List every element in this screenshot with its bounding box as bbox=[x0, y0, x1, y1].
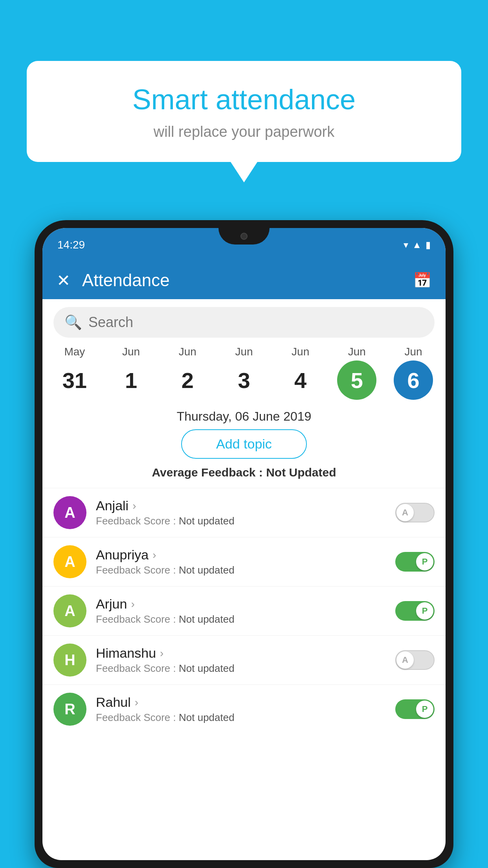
calendar-month-label: Jun bbox=[179, 346, 196, 358]
student-name: Himanshu › bbox=[96, 645, 395, 661]
student-name: Arjun › bbox=[96, 596, 395, 612]
attendance-toggle[interactable]: P bbox=[395, 552, 435, 572]
calendar-day[interactable]: Jun5 bbox=[331, 346, 382, 400]
speech-bubble: Smart attendance will replace your paper… bbox=[27, 61, 461, 162]
calendar-date-number[interactable]: 4 bbox=[281, 360, 320, 400]
student-info: Anjali ›Feedback Score : Not updated bbox=[96, 498, 395, 527]
calendar-date-number[interactable]: 5 bbox=[337, 360, 376, 400]
student-item[interactable]: AArjun ›Feedback Score : Not updatedP bbox=[42, 586, 446, 635]
student-list: AAnjali ›Feedback Score : Not updatedAAA… bbox=[42, 488, 446, 734]
avatar: R bbox=[53, 693, 86, 726]
battery-icon: ▮ bbox=[426, 239, 431, 250]
student-score: Feedback Score : Not updated bbox=[96, 662, 395, 675]
student-name: Anupriya › bbox=[96, 547, 395, 563]
calendar-day[interactable]: Jun1 bbox=[106, 346, 157, 400]
student-score: Feedback Score : Not updated bbox=[96, 712, 395, 724]
status-time: 14:29 bbox=[57, 239, 85, 251]
calendar-month-label: Jun bbox=[122, 346, 140, 358]
avatar: A bbox=[53, 545, 86, 578]
calendar-date-number[interactable]: 31 bbox=[55, 360, 94, 400]
search-bar[interactable]: 🔍 bbox=[53, 307, 435, 338]
calendar-month-label: May bbox=[64, 346, 85, 358]
student-info: Himanshu ›Feedback Score : Not updated bbox=[96, 645, 395, 675]
toggle-knob: P bbox=[416, 701, 433, 718]
chevron-right-icon: › bbox=[131, 598, 134, 611]
app-bar-title: Attendance bbox=[82, 270, 413, 290]
attendance-toggle[interactable]: P bbox=[395, 699, 435, 719]
calendar-day[interactable]: Jun3 bbox=[218, 346, 270, 400]
status-icons: ▾ ▲ ▮ bbox=[404, 239, 431, 250]
student-info: Anupriya ›Feedback Score : Not updated bbox=[96, 547, 395, 576]
speech-bubble-subtitle: will replace your paperwork bbox=[50, 123, 438, 140]
toggle-knob: A bbox=[396, 651, 414, 669]
chevron-right-icon: › bbox=[132, 500, 136, 512]
attendance-toggle[interactable]: A bbox=[395, 503, 435, 522]
chevron-right-icon: › bbox=[160, 647, 163, 660]
toggle-knob: P bbox=[416, 553, 433, 570]
calendar-month-label: Jun bbox=[348, 346, 366, 358]
student-item[interactable]: HHimanshu ›Feedback Score : Not updatedA bbox=[42, 635, 446, 684]
feedback-avg-label: Average Feedback : bbox=[152, 466, 266, 479]
calendar-date-number[interactable]: 1 bbox=[112, 360, 151, 400]
calendar-month-label: Jun bbox=[235, 346, 253, 358]
toggle-knob: A bbox=[396, 504, 414, 521]
calendar-date-number[interactable]: 6 bbox=[394, 360, 433, 400]
student-item[interactable]: AAnjali ›Feedback Score : Not updatedA bbox=[42, 488, 446, 537]
calendar-day[interactable]: Jun6 bbox=[388, 346, 439, 400]
student-name: Rahul › bbox=[96, 695, 395, 710]
calendar-day[interactable]: May31 bbox=[49, 346, 100, 400]
attendance-toggle[interactable]: A bbox=[395, 650, 435, 670]
calendar-month-label: Jun bbox=[404, 346, 422, 358]
search-icon: 🔍 bbox=[64, 314, 82, 331]
calendar-icon[interactable]: 📅 bbox=[413, 272, 431, 289]
app-bar: ✕ Attendance 📅 bbox=[42, 261, 446, 299]
calendar-day[interactable]: Jun4 bbox=[275, 346, 326, 400]
student-score: Feedback Score : Not updated bbox=[96, 613, 395, 625]
avatar: A bbox=[53, 496, 86, 529]
student-name: Anjali › bbox=[96, 498, 395, 513]
toggle-knob: P bbox=[416, 602, 433, 620]
attendance-toggle[interactable]: P bbox=[395, 601, 435, 621]
signal-icon: ▲ bbox=[412, 239, 422, 250]
calendar-month-label: Jun bbox=[292, 346, 309, 358]
wifi-icon: ▾ bbox=[404, 239, 408, 250]
calendar-day[interactable]: Jun2 bbox=[162, 346, 213, 400]
calendar-date-number[interactable]: 3 bbox=[224, 360, 264, 400]
student-item[interactable]: AAnupriya ›Feedback Score : Not updatedP bbox=[42, 537, 446, 586]
selected-date-label: Thursday, 06 June 2019 bbox=[42, 409, 446, 424]
search-input[interactable] bbox=[88, 314, 424, 331]
feedback-avg-value: Not Updated bbox=[266, 466, 336, 479]
student-info: Arjun ›Feedback Score : Not updated bbox=[96, 596, 395, 625]
chevron-right-icon: › bbox=[152, 549, 156, 561]
student-score: Feedback Score : Not updated bbox=[96, 564, 395, 576]
avatar: H bbox=[53, 644, 86, 677]
phone-frame: 14:29 ▾ ▲ ▮ ✕ Attendance 📅 🔍 May31Jun1Ju… bbox=[35, 220, 453, 868]
close-button[interactable]: ✕ bbox=[57, 271, 70, 290]
avatar: A bbox=[53, 594, 86, 627]
student-item[interactable]: RRahul ›Feedback Score : Not updatedP bbox=[42, 684, 446, 734]
speech-bubble-title: Smart attendance bbox=[50, 83, 438, 116]
add-topic-button[interactable]: Add topic bbox=[181, 429, 307, 459]
calendar-week: May31Jun1Jun2Jun3Jun4Jun5Jun6 bbox=[42, 346, 446, 400]
camera bbox=[240, 233, 248, 240]
feedback-avg: Average Feedback : Not Updated bbox=[42, 466, 446, 479]
chevron-right-icon: › bbox=[135, 696, 138, 709]
phone-screen: 14:29 ▾ ▲ ▮ ✕ Attendance 📅 🔍 May31Jun1Ju… bbox=[42, 228, 446, 860]
status-bar-area: 14:29 ▾ ▲ ▮ bbox=[42, 228, 446, 261]
calendar-date-number[interactable]: 2 bbox=[168, 360, 207, 400]
student-info: Rahul ›Feedback Score : Not updated bbox=[96, 695, 395, 724]
student-score: Feedback Score : Not updated bbox=[96, 515, 395, 527]
